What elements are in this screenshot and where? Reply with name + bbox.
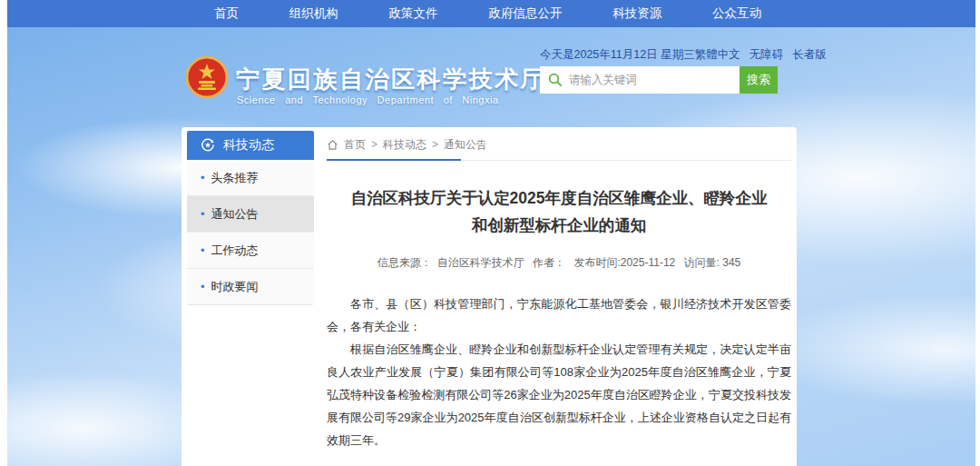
- site-title: 宁夏回族自治区科学技术厅: [236, 64, 546, 95]
- article-paragraph: 各市、县（区）科技管理部门，宁东能源化工基地管委会，银川经济技术开发区管委会，各…: [327, 292, 791, 338]
- breadcrumb: 首页 > 科技动态 > 通知公告: [327, 134, 791, 154]
- site-subtitle-english: Science and Technology Department of Nin…: [237, 94, 499, 105]
- sidebar-item-label: 工作动态: [211, 243, 259, 259]
- link-accessibility[interactable]: 无障碍: [750, 47, 784, 63]
- article-title: 自治区科技厅关于认定2025年度自治区雏鹰企业、瞪羚企业和创新型标杆企业的通知: [346, 184, 772, 239]
- link-senior-version[interactable]: 长者版: [792, 47, 827, 63]
- search-input-wrap: [540, 66, 740, 94]
- bullet-icon: •: [201, 281, 205, 292]
- top-navbar: 首页 组织机构 政策文件 政府信息公开 科技资源 公众互动: [7, 0, 975, 27]
- nav-item-organization[interactable]: 组织机构: [284, 0, 344, 27]
- sidebar-item-work-updates[interactable]: • 工作动态: [187, 233, 314, 269]
- search-input[interactable]: [540, 66, 740, 94]
- nav-items: 首页 组织机构 政策文件 政府信息公开 科技资源 公众互动: [209, 0, 767, 27]
- breadcrumb-separator: >: [371, 138, 377, 151]
- nav-item-gov-info-disclosure[interactable]: 政府信息公开: [483, 0, 567, 27]
- circle-star-icon: [201, 138, 215, 153]
- quick-links: 繁體中文 无障碍 长者版: [695, 47, 827, 63]
- nav-item-policy-documents[interactable]: 政策文件: [384, 0, 444, 27]
- sidebar-item-current-politics[interactable]: • 时政要闻: [187, 269, 314, 305]
- national-emblem-logo: [185, 55, 229, 99]
- sidebar-item-headline-recommend[interactable]: • 头条推荐: [187, 160, 314, 196]
- nav-item-public-interaction[interactable]: 公众互动: [707, 0, 767, 27]
- sidebar-header: 科技动态: [187, 131, 314, 160]
- sidebar: 科技动态 • 头条推荐 • 通知公告 • 工作动态 • 时政要闻: [187, 131, 314, 305]
- meta-source-label: 信息来源：: [377, 256, 432, 269]
- home-icon: [327, 139, 338, 151]
- sidebar-item-label: 通知公告: [211, 206, 259, 223]
- article-paragraph: 根据自治区雏鹰企业、瞪羚企业和创新型标杆企业认定管理有关规定，决定认定半亩良人农…: [327, 338, 791, 451]
- article-content-area: 首页 > 科技动态 > 通知公告 自治区科技厅关于认定2025年度自治区雏鹰企业…: [327, 134, 791, 466]
- breadcrumb-separator: >: [432, 138, 438, 151]
- bullet-icon: •: [201, 244, 205, 256]
- sidebar-menu: • 头条推荐 • 通知公告 • 工作动态 • 时政要闻: [187, 160, 314, 305]
- breadcrumb-sci-tech-news[interactable]: 科技动态: [383, 137, 426, 153]
- date-row: 今天是2025年11月12日 星期三 繁體中文 无障碍 长者版: [540, 47, 792, 63]
- search-icon: [548, 73, 563, 87]
- breadcrumb-home[interactable]: 首页: [344, 137, 366, 153]
- article-body: 各市、县（区）科技管理部门，宁东能源化工基地管委会，银川经济技术开发区管委会，各…: [327, 292, 791, 451]
- main-content-wrapper: 科技动态 • 头条推荐 • 通知公告 • 工作动态 • 时政要闻: [181, 127, 797, 466]
- sidebar-item-notices[interactable]: • 通知公告: [187, 196, 314, 233]
- nav-item-sci-tech-resources[interactable]: 科技资源: [607, 0, 667, 27]
- bullet-icon: •: [201, 208, 205, 220]
- link-traditional-chinese[interactable]: 繁體中文: [695, 47, 740, 63]
- meta-author-label: 作者：: [533, 256, 565, 269]
- sidebar-item-label: 头条推荐: [211, 170, 259, 186]
- meta-publish-date: 发布时间:2025-11-12: [573, 256, 675, 269]
- sidebar-title: 科技动态: [223, 137, 274, 154]
- article-meta: 信息来源：自治区科学技术厅 作者： 发布时间:2025-11-12 访问量: 3…: [327, 255, 791, 271]
- nav-item-home[interactable]: 首页: [209, 0, 244, 27]
- breadcrumb-notices[interactable]: 通知公告: [444, 137, 487, 153]
- bullet-icon: •: [201, 172, 205, 183]
- sidebar-item-label: 时政要闻: [211, 279, 259, 295]
- meta-source-value: 自治区科学技术厅: [437, 256, 524, 269]
- search-bar: 搜索: [540, 66, 778, 94]
- search-button[interactable]: 搜索: [740, 66, 778, 94]
- breadcrumb-divider: [327, 160, 791, 161]
- current-date-text: 今天是2025年11月12日 星期三: [540, 47, 695, 63]
- meta-view-count: 访问量: 345: [684, 256, 741, 269]
